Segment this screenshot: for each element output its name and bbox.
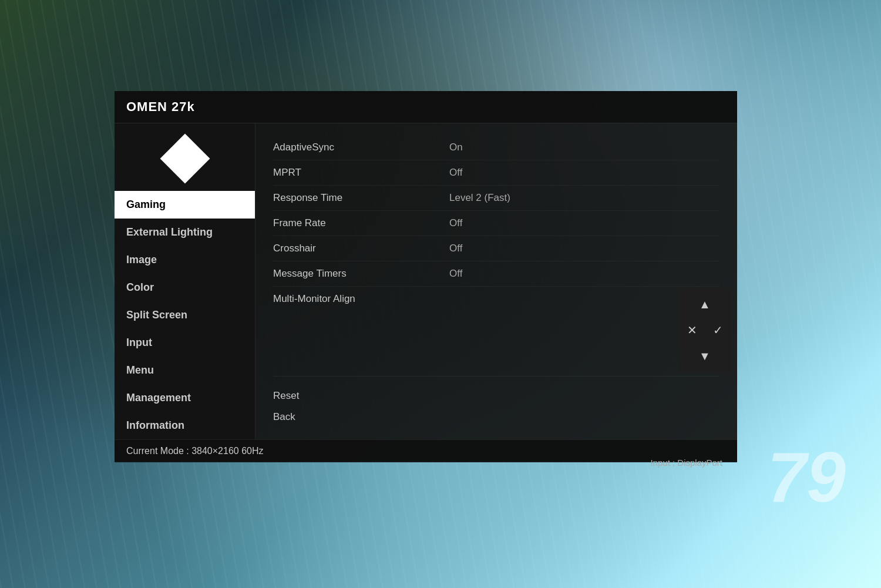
- diamond-icon: [160, 134, 210, 184]
- bottom-actions: ResetBack: [273, 376, 719, 428]
- nav-up-button[interactable]: ▲: [694, 294, 715, 315]
- osd-content: GamingExternal LightingImageColorSplit S…: [115, 123, 737, 439]
- nav-confirm-button[interactable]: ✓: [707, 320, 728, 341]
- setting-label: Frame Rate: [273, 217, 449, 229]
- reset-button[interactable]: Reset: [273, 385, 719, 406]
- sidebar-item-split-screen[interactable]: Split Screen: [115, 301, 255, 329]
- setting-label: Multi-Monitor Align: [273, 293, 449, 305]
- setting-value: Level 2 (Fast): [449, 192, 510, 204]
- sidebar-item-input[interactable]: Input: [115, 329, 255, 357]
- setting-row: AdaptiveSyncOn: [273, 135, 719, 160]
- sidebar-item-gaming[interactable]: Gaming: [115, 191, 255, 219]
- setting-row: CrosshairOff: [273, 236, 719, 261]
- setting-value: Off: [449, 167, 462, 179]
- sidebar-nav: GamingExternal LightingImageColorSplit S…: [115, 191, 255, 439]
- sidebar-item-image[interactable]: Image: [115, 246, 255, 274]
- logo-area: [115, 129, 255, 191]
- setting-label: Response Time: [273, 192, 449, 204]
- setting-row: MPRTOff: [273, 160, 719, 186]
- settings-list: AdaptiveSyncOnMPRTOffResponse TimeLevel …: [273, 135, 719, 376]
- setting-row: Frame RateOff: [273, 211, 719, 236]
- sidebar-item-menu[interactable]: Menu: [115, 357, 255, 384]
- sidebar-item-color[interactable]: Color: [115, 274, 255, 301]
- nav-down-button[interactable]: ▼: [694, 345, 715, 367]
- osd-header: OMEN 27k: [115, 91, 737, 123]
- current-mode: Current Mode : 3840×2160 60Hz: [126, 446, 263, 456]
- monitor-name: OMEN 27k: [126, 99, 195, 114]
- back-button[interactable]: Back: [273, 406, 719, 428]
- setting-label: AdaptiveSync: [273, 142, 449, 153]
- right-panel: AdaptiveSyncOnMPRTOffResponse TimeLevel …: [255, 123, 737, 439]
- setting-label: Crosshair: [273, 243, 449, 254]
- setting-label: MPRT: [273, 167, 449, 179]
- setting-row: Response TimeLevel 2 (Fast): [273, 186, 719, 211]
- sidebar-item-information[interactable]: Information: [115, 412, 255, 439]
- input-indicator: Input : DisplayPort: [650, 458, 722, 468]
- setting-row: Multi-Monitor Align: [273, 287, 719, 311]
- status-bar: Current Mode : 3840×2160 60Hz: [115, 439, 737, 462]
- setting-value: Off: [449, 243, 462, 254]
- sidebar-item-external-lighting[interactable]: External Lighting: [115, 219, 255, 246]
- setting-value: Off: [449, 268, 462, 280]
- nav-controls: ▲ ✕ ✓ ▼: [678, 288, 731, 372]
- osd-panel: OMEN 27k GamingExternal LightingImageCol…: [115, 91, 737, 461]
- nav-cancel-button[interactable]: ✕: [681, 320, 702, 341]
- setting-label: Message Timers: [273, 268, 449, 280]
- sidebar-item-management[interactable]: Management: [115, 384, 255, 412]
- setting-value: On: [449, 142, 463, 153]
- sidebar: GamingExternal LightingImageColorSplit S…: [115, 123, 255, 439]
- setting-value: Off: [449, 217, 462, 229]
- number-overlay: 79: [768, 436, 846, 518]
- setting-row: Message TimersOff: [273, 261, 719, 287]
